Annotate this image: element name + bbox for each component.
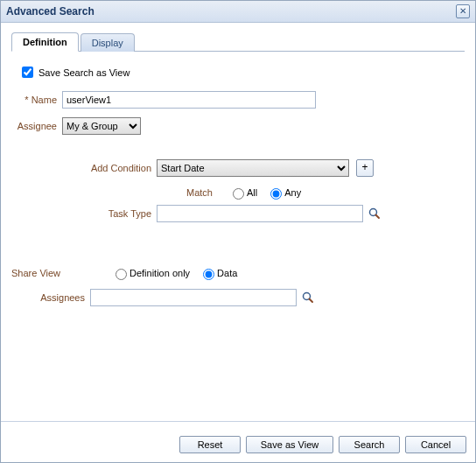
add-condition-select[interactable]: Start Date	[157, 159, 349, 177]
match-any-radio[interactable]	[270, 188, 282, 200]
add-condition-button[interactable]: +	[356, 159, 374, 177]
tab-display[interactable]: Display	[80, 33, 135, 52]
share-def-only-option[interactable]: Definition only	[111, 266, 190, 280]
assignees-input[interactable]	[90, 289, 297, 306]
share-view-row: Share View Definition only Data	[11, 266, 465, 280]
button-bar: Reset Save as View Search Cancel	[1, 429, 475, 462]
titlebar: Advanced Search ✕	[1, 1, 475, 23]
save-as-view-label: Save Search as View	[38, 67, 130, 78]
task-type-input[interactable]	[157, 205, 363, 222]
match-all-option[interactable]: All	[228, 186, 257, 200]
close-button[interactable]: ✕	[456, 4, 470, 18]
svg-line-3	[310, 299, 313, 303]
name-label: Name	[11, 95, 62, 105]
save-as-view-checkbox[interactable]	[22, 67, 33, 78]
tab-definition[interactable]: Definition	[11, 32, 79, 52]
assignees-search-button[interactable]	[302, 291, 314, 304]
save-as-view-button[interactable]: Save as View	[246, 436, 333, 453]
match-label: Match	[186, 187, 218, 198]
search-icon	[368, 207, 381, 220]
assignees-row: Assignees	[11, 289, 465, 306]
share-data-option[interactable]: Data	[199, 266, 237, 280]
plus-icon: +	[361, 161, 368, 173]
share-view-label: Share View	[11, 268, 78, 278]
save-as-view-row: Save Search as View	[11, 64, 465, 81]
name-row: Name	[11, 91, 465, 109]
match-any-option[interactable]: Any	[266, 186, 301, 200]
search-button[interactable]: Search	[339, 436, 400, 453]
task-type-label: Task Type	[11, 208, 157, 219]
dialog-body: Definition Display Save Search as View N…	[1, 23, 475, 416]
divider	[1, 421, 475, 422]
search-icon	[302, 291, 314, 304]
share-data-radio[interactable]	[203, 269, 214, 280]
match-all-radio[interactable]	[233, 188, 244, 200]
match-row: Match All Any	[11, 186, 465, 200]
dialog-title: Advanced Search	[6, 5, 94, 18]
add-condition-row: Add Condition Start Date +	[11, 159, 465, 177]
svg-line-1	[376, 215, 380, 219]
name-input[interactable]	[62, 91, 316, 109]
task-type-search-button[interactable]	[368, 207, 381, 220]
close-icon: ✕	[459, 6, 466, 16]
advanced-search-dialog: Advanced Search ✕ Definition Display Sav…	[0, 0, 476, 463]
assignee-select[interactable]: My & Group	[62, 117, 141, 135]
tabs: Definition Display	[11, 32, 465, 52]
share-def-only-radio[interactable]	[116, 269, 127, 280]
share-view-radio-set: Definition only Data	[111, 266, 246, 280]
task-type-row: Task Type	[11, 205, 465, 222]
add-condition-label: Add Condition	[11, 163, 157, 173]
cancel-button[interactable]: Cancel	[405, 436, 466, 453]
assignee-label: Assignee	[11, 121, 62, 131]
assignee-row: Assignee My & Group	[11, 117, 465, 135]
match-radio-set: All Any	[228, 186, 310, 200]
assignees-label: Assignees	[11, 292, 90, 303]
reset-button[interactable]: Reset	[179, 436, 241, 453]
